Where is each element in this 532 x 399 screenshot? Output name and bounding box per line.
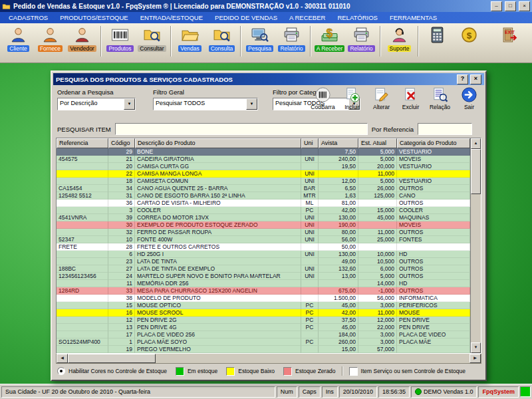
column-header-3[interactable]: Uni xyxy=(301,138,319,148)
toolbar-button-cliente[interactable]: Cliente xyxy=(3,25,34,60)
table-row[interactable]: 36CARTAO DE VISITA - MILHEIROML81,00OUTR… xyxy=(57,200,470,207)
table-row[interactable]: SO12524MP4001PLACA MÃE SOYOPC260,003,000… xyxy=(57,338,470,346)
table-row[interactable]: 188BC27LATA DE TINTA DE EXEMPLOUNI132,60… xyxy=(57,265,470,273)
toolbar-button-coin-icon[interactable]: $ xyxy=(454,25,485,60)
toolbar-button-relat-rio[interactable]: Relatório xyxy=(346,25,377,60)
cell-uni: BAR xyxy=(301,185,319,192)
cell-codigo: 30 xyxy=(108,221,135,229)
toolbar-button-a-receber[interactable]: $A Receber xyxy=(314,25,345,60)
table-row[interactable]: 32FERRO DE PASSAR ROUPAUNI80,0011,000OUT… xyxy=(57,229,470,236)
cell-referencia xyxy=(57,309,108,317)
toolbar-button-consultar[interactable]: Consultar xyxy=(136,25,168,60)
table-row[interactable]: 38MODELO DE PRODUTO1.500,0056,000INFORMA… xyxy=(57,295,470,302)
table-row[interactable]: 16MOUSE SCROOLPC42,0011,000MOUSE xyxy=(57,309,470,317)
status-location: Sua Cidade - UF 20 de Outubro de 2010 - … xyxy=(1,386,275,398)
vscrollbar-thumb[interactable] xyxy=(471,149,481,194)
search-item-input[interactable] xyxy=(115,123,368,135)
table-row[interactable]: 20CAMISA CURTA GG19,5020,000VESTUARIO xyxy=(57,163,470,170)
table-row[interactable]: 13PEN DRIVE 4GPC45,0022,000PEN DRIVE xyxy=(57,324,470,331)
table-row[interactable]: 23LATA DE TINTA49,0010,500OUTROS xyxy=(57,258,470,265)
toolbar-button-vendedor[interactable]: Vendedor xyxy=(66,25,98,60)
general-filter-select[interactable]: Pesquisar TODOS ▼ xyxy=(153,98,258,110)
toolbar-button-relat-rio[interactable]: Relatório xyxy=(276,25,307,60)
column-header-0[interactable]: Referencia xyxy=(57,138,108,148)
toolbar-button-fornece[interactable]: Fornece xyxy=(35,25,66,60)
column-header-2[interactable]: Descrição do Produto xyxy=(135,138,301,148)
toolbar-button-vendas[interactable]: Vendas xyxy=(174,25,205,60)
cell-referencia xyxy=(57,317,108,324)
menu-item-relat-rios[interactable]: RELATÓRIOS xyxy=(332,13,382,22)
menu-item-a-receber[interactable]: A RECEBER xyxy=(285,13,330,22)
menu-item-cadastros[interactable]: CADASTROS xyxy=(4,13,53,22)
table-row[interactable]: 4541VNRA39CORREA DO MOTOR 13VXUNI130,004… xyxy=(57,214,470,221)
cell-est-atual: 12,000 xyxy=(358,317,397,324)
vertical-scrollbar[interactable]: ▲ ▼ xyxy=(470,138,481,353)
column-header-1[interactable]: Código xyxy=(108,138,135,148)
chevron-down-icon[interactable]: ▼ xyxy=(246,98,257,110)
toolbar-separator xyxy=(418,26,419,57)
table-row[interactable]: FRETE28FRETE E OUTROS CARRETOS50,00 xyxy=(57,243,470,251)
table-row[interactable]: 12345612345624MARTELO SUPER NOVO E BONIT… xyxy=(57,273,470,280)
menu-item-entrada-estoque[interactable]: ENTRADA/ESTOQUE xyxy=(136,13,207,22)
table-row[interactable]: 29BONE7,505,000VESTUARIO xyxy=(57,148,470,156)
maximize-button[interactable]: □ xyxy=(505,1,516,11)
table-row[interactable]: 30EXEMPLO DE PRODUTO ESTOQUE ZERADOUNI19… xyxy=(57,221,470,229)
chevron-down-icon[interactable]: ▼ xyxy=(124,98,135,110)
toolbar-button-produtos[interactable]: Produtos xyxy=(104,25,136,60)
table-row[interactable]: 12PEN DRIVE 2GPC37,5012,000PEN DRIVE xyxy=(57,317,470,324)
scroll-right-icon[interactable]: ▶ xyxy=(469,354,481,363)
product-search-dialog: PESQUISA DOS PRODUTOS & SERVIÇOS CADASTR… xyxy=(51,70,487,381)
search-reference-input[interactable] xyxy=(418,123,472,135)
toolbar-button-suporte[interactable]: Suporte xyxy=(384,25,415,60)
table-row[interactable]: 125482 551231CANO DE ESGOTO BARRA 150 2ª… xyxy=(57,192,470,200)
excluir-button[interactable]: Excluir xyxy=(398,86,423,110)
cell-descricao: COOLER xyxy=(135,207,301,214)
scroll-up-icon[interactable]: ▲ xyxy=(471,138,481,149)
table-row[interactable]: 18CAMISETA COMUNUNI12,005,000VESTUARIO xyxy=(57,178,470,185)
cell-referencia xyxy=(57,148,108,156)
toolbar-button-consulta[interactable]: Consulta xyxy=(206,25,237,60)
toolbar-button-exit-icon[interactable]: EXIT xyxy=(495,25,526,60)
column-header-4[interactable]: Avista xyxy=(319,138,358,148)
menu-item-pedido-de-vendas[interactable]: PEDIDO DE VENDAS xyxy=(210,13,282,22)
table-row[interactable]: 17PLACA DE VIDEO 256184,003,000PLACA DE … xyxy=(57,331,470,338)
order-filter-select[interactable]: Por Descrição ▼ xyxy=(57,98,136,110)
codbarra-button[interactable]: CodBarra xyxy=(311,86,335,110)
hscrollbar-thumb[interactable] xyxy=(68,354,156,363)
table-row[interactable]: 6HD 250G IUNI130,0010,000HD xyxy=(57,251,470,258)
dialog-close-button[interactable]: × xyxy=(470,74,481,84)
toolbar-button-pesquisa[interactable]: Pesquisa xyxy=(244,25,275,60)
menu-item-produtos-estoque[interactable]: PRODUTOS/ESTOQUE xyxy=(55,13,133,22)
cell-uni: UNI xyxy=(301,229,319,236)
table-row[interactable]: 22CAMISA MANGA LONGAUNI11,000 xyxy=(57,170,470,178)
menu-bar: CADASTROSPRODUTOS/ESTOQUEENTRADA/ESTOQUE… xyxy=(0,12,532,23)
dialog-help-button[interactable]: ? xyxy=(457,74,468,84)
enable-colors-radio[interactable] xyxy=(57,367,65,375)
table-row[interactable]: 3COOLERPC42,0015,000COOLER xyxy=(57,207,470,214)
scroll-left-icon[interactable]: ◀ xyxy=(57,354,68,363)
dialog-titlebar[interactable]: PESQUISA DOS PRODUTOS & SERVIÇOS CADASTR… xyxy=(53,73,484,85)
table-row[interactable]: 11MEMÓRIA DDR 25614,000HD xyxy=(57,280,470,287)
table-row[interactable]: CA1545434CANO AGUA QUENTE 25 - BARRABAR6… xyxy=(57,185,470,192)
table-row[interactable]: 5234710FONTE 400WUNI56,0025,000FONTES xyxy=(57,236,470,243)
rela-o-button[interactable]: Relação xyxy=(428,86,452,110)
minimize-button[interactable]: – xyxy=(491,1,502,11)
cell-referencia: 454575 xyxy=(57,156,108,163)
close-button[interactable]: × xyxy=(519,1,530,11)
menu-item-ferramentas[interactable]: FERRAMENTAS xyxy=(385,13,442,22)
legend-divider xyxy=(342,366,343,376)
horizontal-scrollbar[interactable]: ◀ ▶ xyxy=(56,354,481,364)
scroll-down-icon[interactable]: ▼ xyxy=(471,342,481,353)
table-row[interactable]: 19PREGO VERMELHO15,0057,000 xyxy=(57,346,470,353)
incluir-button[interactable]: Incluir xyxy=(340,86,364,110)
alterar-button[interactable]: Alterar xyxy=(369,86,394,110)
column-header-6[interactable]: Categoria do Produto xyxy=(397,138,470,148)
sair-button[interactable]: Sair xyxy=(457,86,481,110)
table-row[interactable]: 1284RD33MESA PARA CHURRASCO 125X200 ANGE… xyxy=(57,287,470,295)
cell-descricao: MOUSE SCROOL xyxy=(135,309,301,317)
table-row[interactable]: 45457521CADEIRA GIRATORIAUNI240,005,000M… xyxy=(57,156,470,163)
column-header-5[interactable]: Est. Atual xyxy=(358,138,397,148)
table-row[interactable]: 15MOUSE OPTICOPC45,003,000PERIFERICOS xyxy=(57,302,470,309)
title-bar[interactable]: Pedido de Vendas & Estoque v1.0 - FpqSys… xyxy=(0,0,532,12)
toolbar-button-calculator-icon[interactable] xyxy=(422,25,453,60)
